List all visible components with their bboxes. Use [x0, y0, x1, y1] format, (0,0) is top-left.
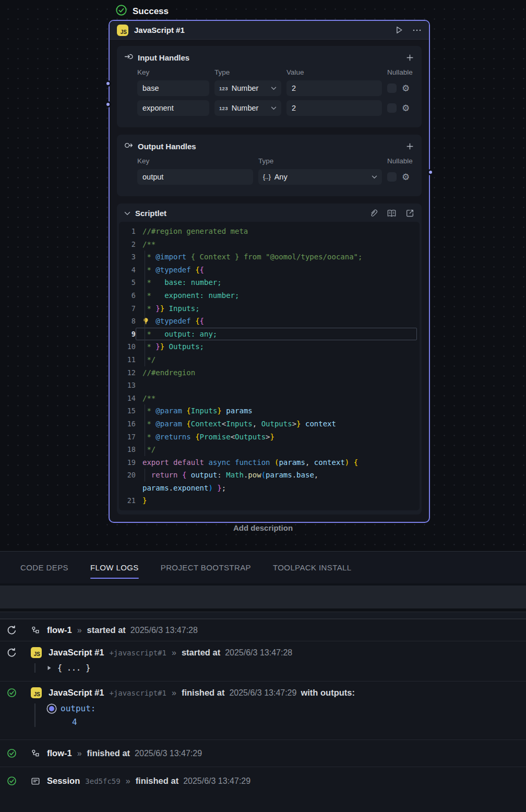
code-line: 18 */: [119, 443, 420, 456]
add-description-button[interactable]: Add description: [0, 523, 526, 532]
chevron-down-icon: [372, 175, 377, 179]
add-output-handle-button[interactable]: [405, 142, 414, 151]
collapse-chevron-icon[interactable]: [124, 211, 130, 216]
line-number: 15: [119, 404, 136, 417]
log-source-name: Session: [47, 776, 80, 786]
code-line: 4 * @typedef {{: [119, 264, 420, 277]
code-line: 21}: [119, 494, 420, 507]
type-select-base[interactable]: 123Number: [214, 80, 281, 96]
line-number: 7: [119, 302, 136, 315]
run-node-button[interactable]: [394, 25, 404, 35]
key-input-output[interactable]: [137, 169, 253, 185]
tab-project-bootstrap[interactable]: PROJECT BOOTSTRAP: [161, 563, 251, 572]
gear-icon-exponent[interactable]: ⚙: [402, 104, 413, 113]
log-row-3[interactable]: JSJavaScript #1+javascript#1»finished at…: [0, 681, 526, 739]
spinner-icon: [7, 625, 17, 635]
line-number: 13: [119, 379, 136, 392]
input-handles-panel: Input Handles KeyTypeValueNullable 123Nu…: [117, 46, 422, 127]
open-external-icon[interactable]: [405, 209, 414, 218]
log-event: started at: [182, 648, 220, 658]
output-handles-panel: Output Handles KeyTypeNullable {..}Any⚙: [117, 135, 422, 196]
type-select-exponent[interactable]: 123Number: [214, 100, 281, 116]
any-type-icon: {..}: [263, 173, 271, 181]
success-check-icon: [7, 688, 17, 698]
code-editor[interactable]: 1//#region generated meta2/**3 * @import…: [119, 222, 420, 510]
line-number: 6: [119, 289, 136, 302]
input-handles-title: Input Handles: [138, 53, 401, 62]
log-event: finished at: [87, 748, 130, 758]
bottom-panel-tabbar: CODE DEPSFLOW LOGSPROJECT BOOTSTRAPTOOLP…: [0, 551, 526, 583]
output-port-output[interactable]: [427, 169, 434, 175]
log-source-id: +javascript#1: [109, 689, 166, 697]
lightbulb-icon[interactable]: [142, 315, 151, 328]
output-handles-title: Output Handles: [138, 142, 401, 151]
value-input-base[interactable]: [286, 80, 382, 96]
output-label: output:: [61, 703, 95, 713]
gear-icon-output[interactable]: ⚙: [402, 173, 413, 182]
node-header: JS JavaScript #1: [110, 21, 429, 40]
key-input-base[interactable]: [137, 80, 209, 96]
type-select-value: Number: [232, 84, 267, 92]
tab-flow-logs[interactable]: FLOW LOGS: [90, 563, 139, 572]
line-number: 11: [119, 353, 136, 366]
input-port-base[interactable]: [105, 80, 111, 87]
scriptlet-panel: Scriptlet 1//#region generated meta2/*: [117, 204, 422, 515]
log-source-name: flow-1: [47, 748, 72, 758]
node-title: JavaScript #1: [134, 26, 388, 34]
chevron-down-icon: [271, 106, 277, 110]
tab-toolpack-install[interactable]: TOOLPACK INSTALL: [273, 563, 352, 572]
chevron-down-icon: [271, 87, 277, 90]
column-label-key: Key: [137, 157, 253, 165]
javascript-icon: JS: [31, 687, 42, 698]
chevron-double-icon: »: [126, 777, 130, 786]
code-line: 7 * }} Inputs;: [119, 302, 420, 315]
nullable-checkbox-base[interactable]: [387, 83, 397, 93]
javascript-icon: JS: [31, 647, 42, 658]
success-check-icon: [7, 776, 17, 786]
column-label-key: Key: [137, 68, 209, 76]
spinner-icon: [7, 648, 17, 658]
tab-code-deps[interactable]: CODE DEPS: [20, 563, 68, 572]
line-number: 14: [119, 392, 136, 405]
type-select-output[interactable]: {..}Any: [258, 169, 382, 185]
log-row-4[interactable]: flow-1»finished at2025/6/3 13:47:29: [0, 739, 526, 767]
expand-triangle-icon[interactable]: [47, 665, 52, 671]
code-line: 8 @typedef {{: [119, 315, 420, 328]
column-label-nullable: Nullable: [387, 68, 413, 76]
code-line: 14/**: [119, 392, 420, 405]
line-number: 9: [119, 328, 136, 341]
output-handles-icon: [124, 141, 133, 152]
line-number: 4: [119, 264, 136, 277]
docs-book-icon[interactable]: [387, 209, 397, 218]
log-row-1[interactable]: flow-1»started at2025/6/3 13:47:28: [0, 619, 526, 641]
line-number: 1: [119, 225, 136, 238]
gear-icon-base[interactable]: ⚙: [402, 84, 413, 93]
log-event-suffix: with outputs:: [301, 688, 355, 698]
nullable-checkbox-exponent[interactable]: [387, 103, 397, 113]
node-card-javascript-1[interactable]: JS JavaScript #1 Input Handles: [109, 20, 430, 523]
attachment-icon[interactable]: [369, 209, 378, 218]
more-menu-button[interactable]: [412, 29, 422, 32]
add-input-handle-button[interactable]: [405, 53, 414, 62]
column-label-value: Value: [286, 68, 382, 76]
key-input-exponent[interactable]: [137, 100, 209, 116]
number-type-icon: 123: [219, 105, 228, 111]
code-line: 1//#region generated meta: [119, 225, 420, 238]
input-port-exponent[interactable]: [105, 101, 111, 108]
log-payload-preview[interactable]: { ... }: [57, 663, 90, 673]
output-value: 4: [72, 717, 526, 727]
log-row-2[interactable]: JSJavaScript #1+javascript#1»started at2…: [0, 641, 526, 681]
log-timestamp: 2025/6/3 13:47:28: [225, 648, 292, 658]
nullable-checkbox-output[interactable]: [387, 172, 397, 182]
log-row-5[interactable]: Session3ed5fc59»finished at2025/6/3 13:4…: [0, 767, 526, 796]
log-event: started at: [87, 625, 126, 635]
flow-icon: [31, 749, 40, 758]
handle-row-exponent: 123Number⚙: [137, 100, 413, 116]
output-handle-dot: [49, 706, 54, 711]
scriptlet-title: Scriptlet: [135, 209, 365, 218]
value-input-exponent[interactable]: [286, 100, 382, 116]
code-line: 12//#endregion: [119, 366, 420, 379]
log-timestamp: 2025/6/3 13:47:29: [135, 749, 202, 758]
line-number: 16: [119, 417, 136, 431]
log-source-id: 3ed5fc59: [85, 777, 120, 785]
